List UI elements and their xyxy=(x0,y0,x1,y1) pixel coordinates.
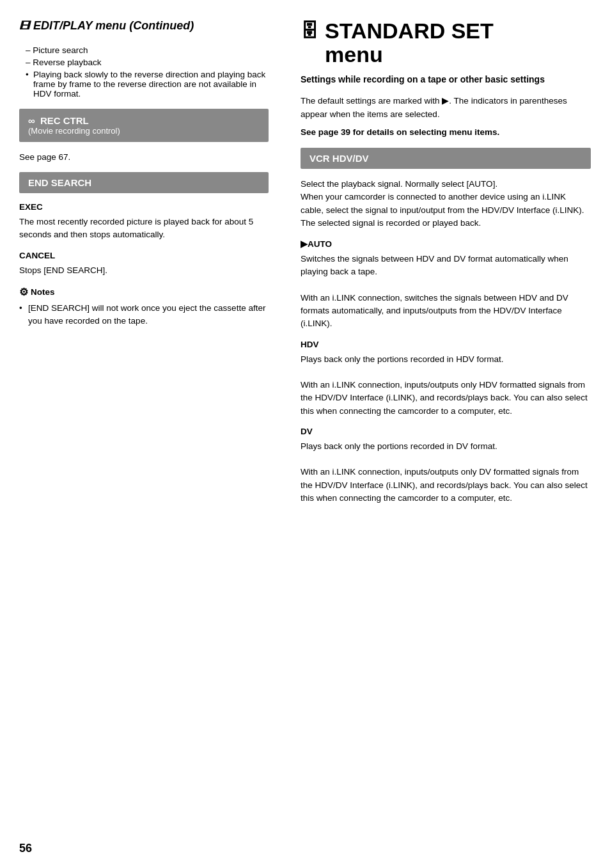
vcr-desc: Select the playback signal. Normally sel… xyxy=(301,178,591,230)
settings-subtitle: Settings while recording on a tape or ot… xyxy=(301,74,591,86)
hdv-title: HDV xyxy=(301,340,591,349)
briefcase-icon: 🗄 xyxy=(301,22,318,42)
dv-section: DV Plays back only the portions recorded… xyxy=(301,427,591,505)
rec-icon: ∞ xyxy=(28,115,35,126)
auto-body: Switches the signals between HDV and DV … xyxy=(301,253,591,331)
cancel-title: CANCEL xyxy=(19,251,269,260)
hdv-body: Plays back only the portions recorded in… xyxy=(301,353,591,418)
vcr-header: VCR HDV/DV xyxy=(301,148,591,169)
notes-title: ⚙ Notes xyxy=(19,286,269,298)
intro-bullet-list: Picture search Reverse playback Playing … xyxy=(19,45,269,99)
hdv-section: HDV Plays back only the portions recorde… xyxy=(301,340,591,418)
standard-set-title-text: STANDARD SET menu xyxy=(325,19,494,67)
page-number: 56 xyxy=(19,842,32,855)
notes-body: [END SEARCH] will not work once you ejec… xyxy=(19,302,269,328)
exec-title: EXEC xyxy=(19,202,269,212)
list-item: Picture search xyxy=(26,45,269,55)
list-item: Reverse playback xyxy=(26,58,269,67)
default-desc-bold: See page 39 for details on selecting men… xyxy=(301,126,591,139)
list-item: Playing back slowly to the reverse direc… xyxy=(26,70,269,99)
auto-title: ▶AUTO xyxy=(301,239,591,249)
notes-box: ⚙ Notes [END SEARCH] will not work once … xyxy=(19,286,269,328)
notes-icon: ⚙ xyxy=(19,286,28,298)
filmstrip-icon: 🎞 xyxy=(19,20,29,32)
end-search-header: END SEARCH xyxy=(19,172,269,193)
rec-ctrl-box: ∞ REC CTRL (Movie recording control) xyxy=(19,109,269,142)
see-page-67: See page 67. xyxy=(19,152,269,162)
exec-body: The most recently recorded picture is pl… xyxy=(19,216,269,242)
cancel-body: Stops [END SEARCH]. xyxy=(19,264,269,277)
edit-play-title: 🎞 EDIT/PLAY menu (Continued) xyxy=(19,19,269,33)
rec-ctrl-subtitle: (Movie recording control) xyxy=(28,126,260,136)
dv-body: Plays back only the portions recorded in… xyxy=(301,440,591,505)
standard-set-title: 🗄 STANDARD SET menu xyxy=(301,19,591,67)
rec-ctrl-title: ∞ REC CTRL xyxy=(28,115,260,126)
default-desc: The default settings are marked with ▶. … xyxy=(301,95,591,121)
dv-title: DV xyxy=(301,427,591,436)
